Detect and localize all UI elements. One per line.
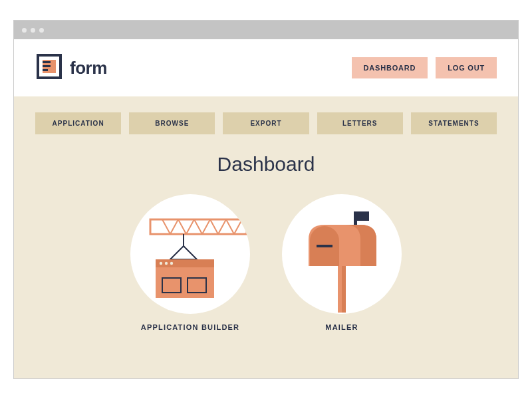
svg-line-8: [178, 219, 186, 234]
svg-point-21: [165, 262, 168, 265]
dashboard-button[interactable]: DASHBOARD: [352, 57, 428, 78]
svg-rect-19: [156, 259, 214, 267]
tile-application-builder[interactable]: APPLICATION BUILDER: [130, 194, 250, 331]
logo-icon: [35, 53, 63, 83]
svg-rect-28: [310, 241, 339, 266]
svg-rect-26: [357, 211, 369, 221]
window-control-icon[interactable]: [31, 28, 35, 33]
page-title: Dashboard: [217, 153, 315, 176]
tile-label: MAILER: [325, 323, 358, 331]
tile-illustration: [130, 194, 250, 314]
header: form DASHBOARD LOG OUT: [14, 39, 518, 96]
tile-mailer[interactable]: MAILER: [282, 194, 402, 331]
svg-point-20: [160, 262, 162, 265]
svg-line-6: [162, 219, 170, 234]
tile-grid: APPLICATION BUILDER: [130, 194, 402, 331]
window-control-icon[interactable]: [39, 28, 44, 33]
logout-button[interactable]: LOG OUT: [436, 57, 497, 78]
tile-label: APPLICATION BUILDER: [141, 323, 239, 331]
svg-line-11: [202, 219, 210, 234]
svg-rect-3: [43, 65, 51, 67]
mailbox-icon: [282, 194, 402, 314]
window-titlebar: [14, 21, 518, 39]
svg-line-14: [226, 219, 234, 234]
svg-rect-29: [317, 245, 332, 247]
tab-browse[interactable]: BROWSE: [129, 112, 215, 134]
crane-icon: [130, 194, 250, 314]
svg-line-12: [210, 219, 218, 234]
logo[interactable]: form: [35, 53, 107, 83]
tab-letters[interactable]: LETTERS: [317, 112, 403, 134]
main-area: APPLICATION BROWSE EXPORT LETTERS STATEM…: [14, 96, 518, 378]
svg-line-9: [186, 219, 194, 234]
svg-point-22: [170, 262, 173, 265]
browser-window: form DASHBOARD LOG OUT APPLICATION BROWS…: [13, 20, 519, 379]
svg-line-10: [194, 219, 202, 234]
tab-application[interactable]: APPLICATION: [35, 112, 121, 134]
svg-marker-17: [170, 246, 197, 259]
window-control-icon[interactable]: [22, 28, 27, 33]
tile-illustration: [282, 194, 402, 314]
svg-rect-31: [342, 266, 346, 313]
brand-name: form: [70, 58, 107, 78]
tab-export[interactable]: EXPORT: [223, 112, 309, 134]
svg-rect-2: [43, 61, 51, 63]
svg-line-15: [234, 219, 242, 234]
nav-tabs: APPLICATION BROWSE EXPORT LETTERS STATEM…: [35, 112, 497, 134]
header-actions: DASHBOARD LOG OUT: [352, 57, 497, 78]
svg-line-13: [218, 219, 226, 234]
svg-line-7: [170, 219, 178, 234]
tab-statements[interactable]: STATEMENTS: [411, 112, 497, 134]
svg-rect-4: [43, 69, 48, 71]
